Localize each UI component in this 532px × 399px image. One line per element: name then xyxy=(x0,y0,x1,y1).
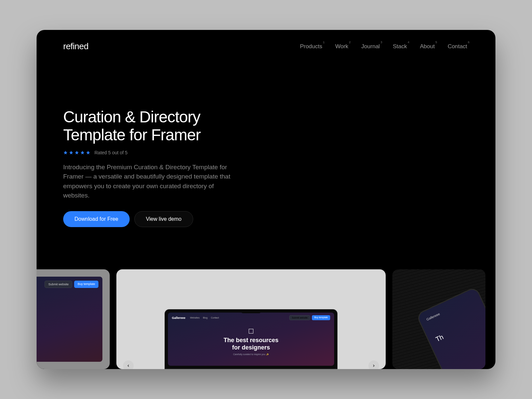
star-icon xyxy=(74,150,79,155)
mini-buy-button: Buy template xyxy=(74,281,98,288)
carousel-slide-active[interactable]: Gallereee Websites Blog Contact Submit w… xyxy=(116,269,386,369)
page-title: Curation & Directory Template for Framer xyxy=(63,108,249,144)
preview-nav-item: Blog xyxy=(203,317,207,319)
chevron-right-icon xyxy=(372,364,376,368)
carousel-slide-next[interactable]: Gallereee Th xyxy=(392,269,485,369)
nav-journal[interactable]: Journal3 xyxy=(361,43,382,50)
star-icon xyxy=(80,150,85,155)
live-demo-button[interactable]: View live demo xyxy=(134,211,193,227)
nav-work[interactable]: Work2 xyxy=(335,43,350,50)
hero-description: Introducing the Premium Curation & Direc… xyxy=(63,163,236,200)
nav-stack[interactable]: Stack4 xyxy=(393,43,409,50)
carousel-prev-button[interactable] xyxy=(123,360,134,369)
rating-row: Rated 5 out of 5 xyxy=(63,150,249,155)
star-icon xyxy=(69,150,73,155)
phone-heading: Th xyxy=(435,315,484,343)
rating-text: Rated 5 out of 5 xyxy=(94,150,128,155)
nav-about[interactable]: About5 xyxy=(420,43,436,50)
preview-heading: The best resources for designers xyxy=(168,337,334,351)
laptop-mockup: Gallereee Websites Blog Contact Submit w… xyxy=(165,309,337,369)
carousel-next-button[interactable] xyxy=(368,360,379,369)
preview-submit-button: Submit website xyxy=(289,315,310,320)
carousel-slide-prev[interactable]: Submit website Buy template xyxy=(37,269,110,369)
nav-products[interactable]: Products1 xyxy=(300,43,324,50)
preview-nav-item: Contact xyxy=(211,317,219,319)
page-frame: refined Products1 Work2 Journal3 Stack4 … xyxy=(37,30,495,369)
download-button[interactable]: Download for Free xyxy=(63,211,130,227)
star-icon xyxy=(63,150,68,155)
preview-subheading: Carefully curated to inspire you ✨ xyxy=(168,353,334,356)
laptop-screen: Gallereee Websites Blog Contact Submit w… xyxy=(168,313,334,366)
preview-buy-button: Buy template xyxy=(312,315,330,320)
star-icon xyxy=(86,150,90,155)
cta-row: Download for Free View live demo xyxy=(63,211,249,227)
chevron-left-icon xyxy=(126,364,130,368)
laptop-notch xyxy=(241,310,261,313)
preview-nav-item: Websites xyxy=(190,317,200,319)
header: refined Products1 Work2 Journal3 Stack4 … xyxy=(37,30,495,52)
logo[interactable]: refined xyxy=(63,41,88,52)
star-rating xyxy=(63,150,90,155)
main-nav: Products1 Work2 Journal3 Stack4 About5 C… xyxy=(300,43,469,50)
preview-carousel: Submit website Buy template Gallereee We… xyxy=(37,269,495,369)
expand-icon xyxy=(249,329,253,333)
nav-contact[interactable]: Contact6 xyxy=(448,43,469,50)
mini-submit-button: Submit website xyxy=(45,281,72,288)
preview-nav: Websites Blog Contact xyxy=(190,317,219,319)
hero-section: Curation & Directory Template for Framer… xyxy=(37,52,276,227)
preview-screenshot: Submit website Buy template xyxy=(37,277,102,362)
preview-logo: Gallereee xyxy=(172,316,186,320)
